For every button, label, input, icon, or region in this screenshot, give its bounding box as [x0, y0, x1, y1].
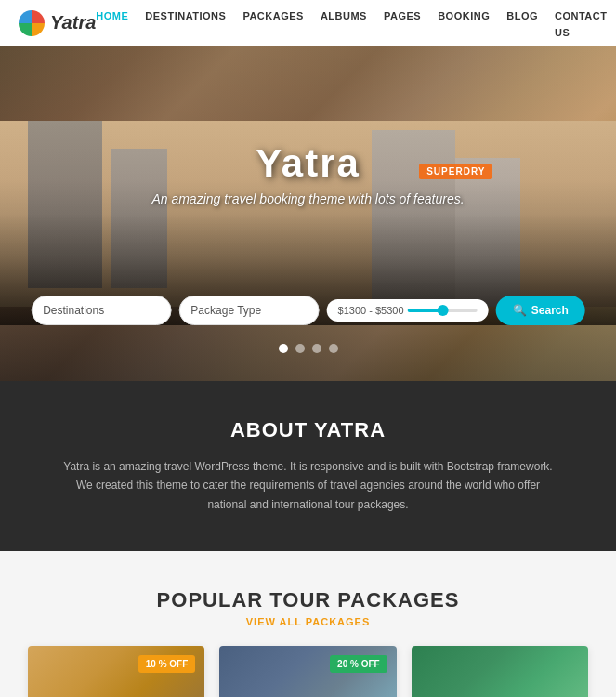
view-all-link[interactable]: VIEW ALL PACKAGES: [28, 616, 588, 627]
hero-dots: [279, 344, 338, 353]
nav-link-blog[interactable]: BLOG: [506, 10, 538, 21]
hero-content: Yatra An amazing travel booking theme wi…: [0, 141, 616, 206]
nav-links: HOMEDESTINATIONSPACKAGESALBUMSPAGESBOOKI…: [96, 7, 607, 40]
navbar: Yatra HOMEDESTINATIONSPACKAGESALBUMSPAGE…: [0, 0, 616, 46]
package-card-2[interactable]: 20 % OFF 2 Days New York-City Of Sky Scr…: [219, 646, 396, 697]
package-card-3[interactable]: 3 Days 3 Days In Rio De Janeiro-Brazil C…: [412, 646, 588, 697]
discount-badge: 10 % OFF: [138, 655, 196, 673]
range-thumb: [437, 305, 448, 316]
hero-dot-4[interactable]: [329, 344, 338, 353]
card-image: 10 % OFF 3 Days: [28, 646, 204, 697]
package-card-1[interactable]: 10 % OFF 3 Days Rajasthan 'The Land Of M…: [28, 646, 204, 697]
nav-link-contact-us[interactable]: CONTACT US: [555, 10, 607, 38]
hero-subtitle: An amazing travel booking theme with lot…: [0, 191, 616, 206]
about-title: ABOUT YATRA: [56, 418, 560, 442]
logo-text: Yatra: [50, 12, 96, 33]
logo-icon: [19, 10, 45, 36]
about-text: Yatra is an amazing travel WordPress the…: [56, 457, 560, 514]
hero-section: Superdry Yatra An amazing travel booking…: [0, 46, 616, 381]
logo[interactable]: Yatra: [19, 10, 96, 36]
about-section: ABOUT YATRA Yatra is an amazing travel W…: [0, 381, 616, 551]
nav-link-home[interactable]: HOME: [96, 10, 128, 21]
packages-title: POPULAR TOUR PACKAGES: [28, 588, 588, 612]
search-bar: Destinations Package Type $1300 - $5300 …: [31, 296, 585, 325]
hero-overlay: [0, 46, 616, 381]
discount-badge: 20 % OFF: [330, 655, 387, 673]
card-image: 3 Days: [412, 646, 588, 697]
price-range-label: $1300 - $5300: [338, 305, 404, 316]
cards-grid: 10 % OFF 3 Days Rajasthan 'The Land Of M…: [28, 646, 588, 697]
nav-link-pages[interactable]: PAGES: [384, 10, 421, 21]
hero-title: Yatra: [0, 141, 616, 186]
packages-section: POPULAR TOUR PACKAGES VIEW ALL PACKAGES …: [0, 551, 616, 697]
nav-link-packages[interactable]: PACKAGES: [242, 10, 304, 21]
hero-dot-1[interactable]: [279, 344, 288, 353]
nav-link-booking[interactable]: BOOKING: [438, 10, 490, 21]
search-label: Search: [531, 304, 569, 317]
packages-header: POPULAR TOUR PACKAGES VIEW ALL PACKAGES: [28, 588, 588, 627]
nav-link-destinations[interactable]: DESTINATIONS: [145, 10, 226, 21]
destination-select[interactable]: Destinations: [31, 296, 171, 325]
search-icon: 🔍: [513, 304, 527, 317]
nav-link-albums[interactable]: ALBUMS: [321, 10, 367, 21]
price-range-slider[interactable]: [408, 309, 478, 312]
hero-dot-3[interactable]: [312, 344, 321, 353]
price-range-container: $1300 - $5300: [327, 299, 489, 322]
search-button[interactable]: 🔍 Search: [496, 296, 585, 325]
hero-dot-2[interactable]: [295, 344, 305, 353]
package-type-select[interactable]: Package Type: [178, 296, 319, 325]
card-image: 20 % OFF 2 Days: [219, 646, 396, 697]
